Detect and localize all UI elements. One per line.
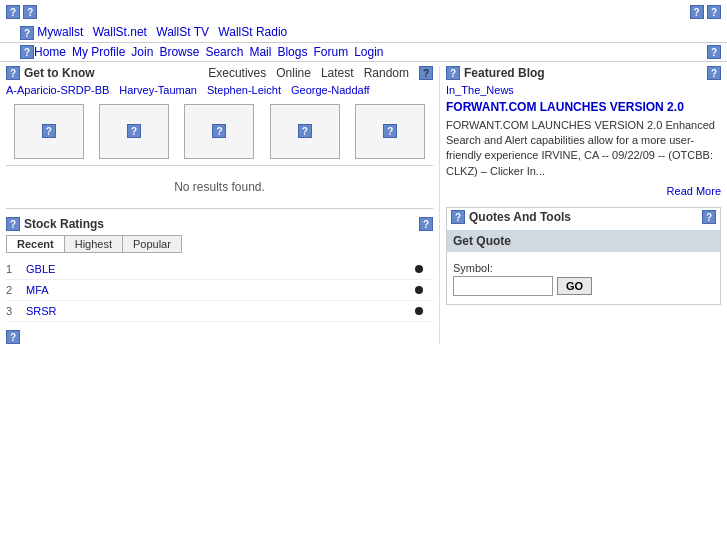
- no-results-text: No results found.: [6, 170, 433, 204]
- nav-mywallst[interactable]: Mywallst: [37, 25, 83, 39]
- symbol-input[interactable]: [453, 276, 553, 296]
- thumb-icon-1: ?: [42, 124, 56, 138]
- gtk-name-2[interactable]: Harvey-Tauman: [119, 84, 197, 96]
- go-button[interactable]: GO: [557, 277, 592, 295]
- nav-search[interactable]: Search: [205, 45, 243, 59]
- symbol-input-row: GO: [453, 276, 714, 296]
- divider2: [6, 208, 433, 209]
- stock-ratings-header: ? Stock Ratings ?: [6, 217, 433, 231]
- thumb-icon-4: ?: [298, 124, 312, 138]
- gtk-title-row: ? Get to Know: [6, 66, 95, 80]
- bottom-help-icon[interactable]: ?: [6, 330, 20, 344]
- sr-title: Stock Ratings: [24, 217, 104, 231]
- top-bar: ? ? ? ?: [0, 0, 727, 23]
- sr-help-icon-right[interactable]: ?: [419, 217, 433, 231]
- left-column: ? Get to Know Executives Online Latest R…: [0, 66, 440, 345]
- gtk-names: A-Aparicio-SRDP-BB Harvey-Tauman Stephen…: [6, 84, 433, 96]
- blog-content: FORWANT.COM LAUNCHES VERSION 2.0 Enhance…: [446, 118, 721, 180]
- stock-num-2: 2: [6, 284, 26, 296]
- thumbnail-3[interactable]: ?: [184, 104, 254, 159]
- thumbnail-row: ? ? ? ? ?: [6, 104, 433, 159]
- qt-help-icon-right[interactable]: ?: [702, 210, 716, 224]
- stock-dot-2: [415, 286, 423, 294]
- qt-help-icon[interactable]: ?: [451, 210, 465, 224]
- thumbnail-5[interactable]: ?: [355, 104, 425, 159]
- stock-name-2[interactable]: MFA: [26, 284, 415, 296]
- gtk-filter-links: Executives Online Latest Random ?: [208, 66, 433, 80]
- in-the-news-link[interactable]: In_The_News: [446, 84, 514, 96]
- sr-title-row: ? Stock Ratings: [6, 217, 104, 231]
- gtk-random[interactable]: Random: [364, 66, 409, 80]
- stock-row-3: 3 SRSR: [6, 301, 433, 322]
- stock-dot-1: [415, 265, 423, 273]
- gtk-name-4[interactable]: George-Naddaff: [291, 84, 370, 96]
- stock-name-1[interactable]: GBLE: [26, 263, 415, 275]
- right-column: ? Featured Blog ? In_The_News FORWANT.CO…: [440, 66, 727, 345]
- thumb-icon-2: ?: [127, 124, 141, 138]
- nav-secondary: ? Home My Profile Join Browse Search Mai…: [0, 43, 727, 62]
- qt-title-row: ? Quotes And Tools: [451, 210, 571, 224]
- nav-mail[interactable]: Mail: [249, 45, 271, 59]
- bottom-left-icon: ?: [6, 330, 433, 345]
- gtk-help-icon-right[interactable]: ?: [419, 66, 433, 80]
- gtk-executives[interactable]: Executives: [208, 66, 266, 80]
- gtk-online[interactable]: Online: [276, 66, 311, 80]
- thumb-icon-3: ?: [212, 124, 226, 138]
- nav-main: ? Mywallst WallSt.net WallSt TV WallSt R…: [0, 23, 727, 43]
- help-icon-2[interactable]: ?: [23, 5, 37, 19]
- thumbnail-1[interactable]: ?: [14, 104, 84, 159]
- featured-blog-header: ? Featured Blog ?: [446, 66, 721, 80]
- main-layout: ? Get to Know Executives Online Latest R…: [0, 62, 727, 349]
- nav-browse[interactable]: Browse: [159, 45, 199, 59]
- quote-form: Symbol: GO: [447, 258, 720, 304]
- tab-recent[interactable]: Recent: [7, 236, 65, 252]
- nav-join[interactable]: Join: [131, 45, 153, 59]
- symbol-label: Symbol:: [453, 262, 714, 274]
- blog-title[interactable]: FORWANT.COM LAUNCHES VERSION 2.0: [446, 100, 721, 114]
- gtk-help-icon[interactable]: ?: [6, 66, 20, 80]
- thumb-icon-5: ?: [383, 124, 397, 138]
- nav-home[interactable]: Home: [34, 45, 66, 59]
- nav-blogs[interactable]: Blogs: [277, 45, 307, 59]
- qt-header: ? Quotes And Tools ?: [447, 208, 720, 226]
- help-icon-4[interactable]: ?: [707, 5, 721, 19]
- quotes-tools-panel: ? Quotes And Tools ? Get Quote Symbol: G…: [446, 207, 721, 305]
- nav-login[interactable]: Login: [354, 45, 383, 59]
- stock-name-3[interactable]: SRSR: [26, 305, 415, 317]
- sr-help-icon[interactable]: ?: [6, 217, 20, 231]
- sec-nav-help-icon-right[interactable]: ?: [707, 45, 721, 59]
- nav-wallstnet[interactable]: WallSt.net: [93, 25, 147, 39]
- gtk-title: Get to Know: [24, 66, 95, 80]
- nav-help-icon[interactable]: ?: [20, 26, 34, 40]
- help-icon-3[interactable]: ?: [690, 5, 704, 19]
- nav-myprofile[interactable]: My Profile: [72, 45, 125, 59]
- thumbnail-2[interactable]: ?: [99, 104, 169, 159]
- get-to-know-header: ? Get to Know Executives Online Latest R…: [6, 66, 433, 80]
- gtk-name-1[interactable]: A-Aparicio-SRDP-BB: [6, 84, 109, 96]
- read-more: Read More: [446, 185, 721, 197]
- get-quote-bar: Get Quote: [447, 230, 720, 252]
- divider: [6, 165, 433, 166]
- stock-num-1: 1: [6, 263, 26, 275]
- stock-num-3: 3: [6, 305, 26, 317]
- nav-wallsttv[interactable]: WallSt TV: [156, 25, 209, 39]
- top-icons-left: ? ?: [6, 4, 37, 19]
- nav-wallstradio[interactable]: WallSt Radio: [218, 25, 287, 39]
- fb-title-row: ? Featured Blog: [446, 66, 545, 80]
- help-icon-1[interactable]: ?: [6, 5, 20, 19]
- thumbnail-4[interactable]: ?: [270, 104, 340, 159]
- stock-row-2: 2 MFA: [6, 280, 433, 301]
- in-the-news-tag: In_The_News: [446, 84, 721, 96]
- tab-highest[interactable]: Highest: [65, 236, 123, 252]
- fb-help-icon-right[interactable]: ?: [707, 66, 721, 80]
- stock-list: 1 GBLE 2 MFA 3 SRSR: [6, 259, 433, 322]
- fb-help-icon[interactable]: ?: [446, 66, 460, 80]
- sec-nav-help-icon[interactable]: ?: [20, 45, 34, 59]
- stock-row-1: 1 GBLE: [6, 259, 433, 280]
- nav-forum[interactable]: Forum: [313, 45, 348, 59]
- read-more-link[interactable]: Read More: [667, 185, 721, 197]
- stock-tabs: Recent Highest Popular: [6, 235, 182, 253]
- gtk-name-3[interactable]: Stephen-Leicht: [207, 84, 281, 96]
- tab-popular[interactable]: Popular: [123, 236, 181, 252]
- gtk-latest[interactable]: Latest: [321, 66, 354, 80]
